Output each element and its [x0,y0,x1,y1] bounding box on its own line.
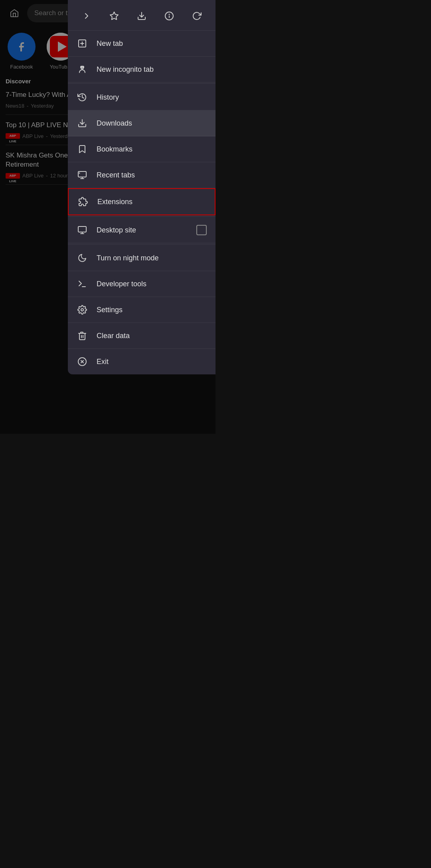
menu-item-bookmarks[interactable]: Bookmarks [68,136,216,162]
svg-marker-9 [110,12,118,20]
clear-data-label: Clear data [97,332,207,340]
menu-item-desktop-site[interactable]: Desktop site [68,217,216,243]
menu-item-history[interactable]: History [68,85,216,110]
download-page-button[interactable] [133,7,150,25]
menu-item-clear-data[interactable]: Clear data [68,323,216,349]
bookmarks-label: Bookmarks [97,145,207,154]
history-icon [77,92,88,103]
bookmarks-icon [77,144,88,155]
clear-data-icon [77,330,88,341]
desktop-site-checkbox[interactable] [196,225,207,235]
menu-item-downloads[interactable]: Downloads [68,110,216,136]
reload-button[interactable] [188,7,206,25]
downloads-label: Downloads [97,119,207,128]
menu-item-exit[interactable]: Exit [68,349,216,374]
bookmark-button[interactable] [105,7,123,25]
incognito-label: New incognito tab [97,65,207,74]
menu-item-recent-tabs[interactable]: Recent tabs [68,162,216,188]
divider-1 [68,83,216,84]
recent-tabs-icon [77,169,88,181]
extensions-icon [77,196,89,207]
developer-tools-label: Developer tools [97,280,207,288]
divider-3 [68,244,216,244]
menu-item-night-mode[interactable]: Turn on night mode [68,245,216,271]
svg-point-19 [81,67,81,68]
svg-point-20 [83,67,84,68]
exit-icon [77,356,88,367]
forward-button[interactable] [78,7,95,25]
night-mode-icon [77,252,88,264]
developer-tools-icon [77,278,88,289]
recent-tabs-label: Recent tabs [97,171,207,179]
menu-item-settings[interactable]: Settings [68,297,216,323]
new-tab-label: New tab [97,39,207,48]
menu-item-developer-tools[interactable]: Developer tools [68,271,216,297]
menu-item-incognito[interactable]: New incognito tab [68,57,216,83]
night-mode-label: Turn on night mode [97,254,207,262]
menu-item-extensions[interactable]: Extensions [68,188,216,215]
settings-icon [77,304,88,315]
settings-label: Settings [97,306,207,314]
menu-item-new-tab[interactable]: New tab [68,31,216,57]
history-label: History [97,93,207,102]
extensions-label: Extensions [97,198,206,206]
browser-menu: New tab New incognito tab History Downlo… [68,0,216,374]
page-info-button[interactable] [160,7,178,25]
svg-rect-22 [78,171,86,177]
exit-label: Exit [97,358,207,366]
incognito-icon [77,64,88,75]
downloads-icon [77,118,88,129]
new-tab-icon [77,38,88,49]
svg-point-30 [81,309,83,311]
menu-icon-row [68,0,216,31]
divider-2 [68,216,216,217]
desktop-site-icon [77,224,88,236]
desktop-site-label: Desktop site [97,226,188,234]
svg-rect-26 [78,226,86,232]
